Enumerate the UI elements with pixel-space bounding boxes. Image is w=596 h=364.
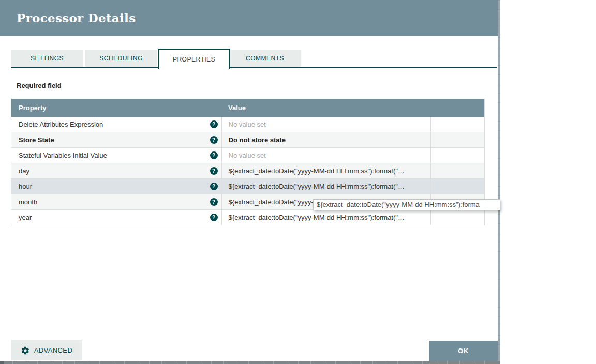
processor-details-dialog: Processor Details SETTINGS SCHEDULING PR… — [0, 0, 498, 364]
gear-icon — [21, 346, 30, 355]
property-cell: hour? — [11, 179, 221, 194]
tab-properties[interactable]: PROPERTIES — [158, 49, 230, 69]
tab-scheduling[interactable]: SCHEDULING — [85, 50, 157, 67]
table-row[interactable]: hour?${extract_date:toDate("yyyy-MM-dd H… — [11, 179, 484, 194]
property-value: ${extract_date:toDate("yyyy-MM-dd HH:mm:… — [221, 210, 431, 225]
table-row[interactable]: day?${extract_date:toDate("yyyy-MM-dd HH… — [11, 163, 484, 179]
help-icon[interactable]: ? — [210, 214, 218, 221]
help-icon[interactable]: ? — [210, 183, 218, 190]
properties-table-header: Property Value — [11, 99, 484, 117]
property-name: Stateful Variables Initial Value — [19, 151, 107, 159]
help-icon[interactable]: ? — [210, 151, 218, 159]
property-cell: Store State? — [11, 132, 221, 147]
table-row[interactable]: Delete Attributes Expression?No value se… — [11, 117, 484, 132]
property-cell: year? — [11, 210, 221, 225]
table-row[interactable]: year?${extract_date:toDate("yyyy-MM-dd H… — [11, 210, 484, 225]
row-actions-cell — [430, 179, 484, 194]
tab-bar: SETTINGS SCHEDULING PROPERTIES COMMENTS — [11, 49, 497, 69]
canvas-bottom-strip — [0, 361, 500, 364]
property-cell: Delete Attributes Expression? — [11, 117, 221, 132]
property-name: Delete Attributes Expression — [19, 120, 103, 128]
row-actions-cell — [430, 148, 484, 163]
column-header-value: Value — [221, 104, 431, 112]
help-icon[interactable]: ? — [210, 136, 218, 144]
property-cell: month? — [11, 194, 221, 209]
window-edge-scrollbar[interactable] — [498, 0, 500, 364]
help-icon[interactable]: ? — [210, 198, 218, 206]
property-cell: day? — [11, 163, 221, 178]
row-actions-cell — [430, 210, 484, 225]
property-name: day — [19, 167, 29, 175]
dialog-header: Processor Details — [0, 0, 498, 36]
ok-button[interactable]: OK — [429, 341, 498, 361]
page: Processor Details SETTINGS SCHEDULING PR… — [0, 0, 596, 364]
property-name: hour — [19, 183, 32, 190]
property-name: Store State — [19, 136, 54, 144]
table-row[interactable]: Stateful Variables Initial Value?No valu… — [11, 148, 484, 163]
help-icon[interactable]: ? — [210, 120, 218, 128]
property-value: ${extract_date:toDate("yyyy-MM-dd HH:mm:… — [221, 179, 431, 194]
column-header-property: Property — [11, 104, 221, 112]
tab-comments[interactable]: COMMENTS — [229, 50, 301, 67]
property-value: No value set — [221, 117, 431, 132]
property-value: ${extract_date:toDate("yyyy-MM-dd HH:mm:… — [221, 163, 431, 178]
advanced-button-label: ADVANCED — [34, 346, 72, 354]
row-actions-cell — [430, 117, 484, 132]
advanced-button[interactable]: ADVANCED — [11, 340, 82, 360]
row-actions-cell — [430, 163, 484, 178]
dialog-title: Processor Details — [17, 0, 136, 36]
table-row[interactable]: Store State?Do not store state — [11, 132, 484, 148]
property-value: No value set — [221, 148, 431, 163]
help-icon[interactable]: ? — [210, 167, 218, 175]
property-value: Do not store state — [221, 132, 431, 147]
property-name: month — [19, 198, 37, 206]
value-tooltip: ${extract_date:toDate("yyyy-MM-dd HH:mm:… — [313, 199, 500, 210]
property-cell: Stateful Variables Initial Value? — [11, 148, 221, 163]
tab-settings[interactable]: SETTINGS — [11, 50, 83, 67]
row-actions-cell — [430, 132, 484, 147]
required-field-label: Required field — [17, 82, 62, 89]
property-name: year — [19, 214, 32, 221]
tab-underline — [11, 67, 497, 68]
